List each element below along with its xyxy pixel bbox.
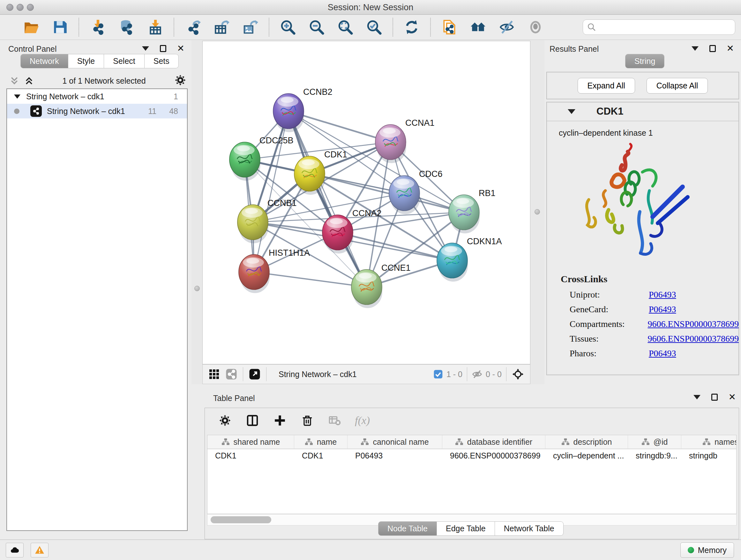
tab-network-table[interactable]: Network Table <box>495 521 563 536</box>
table-cell[interactable]: CDK1 <box>294 449 347 464</box>
open-in-window-icon[interactable] <box>248 367 262 381</box>
table-cell[interactable]: 9606.ENSP00000378699 <box>442 449 545 464</box>
table-cell[interactable]: stringdb:9... <box>628 449 681 464</box>
collapse-icon[interactable] <box>14 95 20 99</box>
edge-HIST1H1A-CCNE1[interactable] <box>254 272 367 287</box>
crosslink-row: Tissues:9606.ENSP00000378699 <box>569 334 739 344</box>
tab-string[interactable]: String <box>625 54 664 68</box>
crosslink-link[interactable]: P06493 <box>649 290 676 300</box>
warnings-button[interactable] <box>30 543 49 557</box>
grid-view-icon[interactable] <box>207 367 221 381</box>
float-panel-icon[interactable] <box>710 45 716 52</box>
network-tree: String Network – cdk1 1 String Network –… <box>6 88 188 531</box>
homes-icon[interactable] <box>469 18 487 36</box>
memory-button[interactable]: Memory <box>680 543 734 558</box>
float-panel-icon[interactable] <box>160 45 166 52</box>
column-header-namespace[interactable]: namespace <box>681 435 737 449</box>
panel-menu-icon[interactable] <box>142 46 149 51</box>
copy-documents-icon[interactable] <box>441 18 458 36</box>
crosslink-row: Uniprot:P06493 <box>569 290 739 300</box>
expand-all-button[interactable]: Expand All <box>578 78 635 94</box>
column-header-database-identifier[interactable]: database identifier <box>442 435 545 449</box>
node-section-header[interactable]: CDK1 <box>547 102 739 121</box>
panel-menu-icon[interactable] <box>693 395 700 399</box>
tab-select[interactable]: Select <box>104 54 144 68</box>
edge-CCNB2-CCNE1[interactable] <box>288 111 367 287</box>
right-splitter-handle[interactable] <box>535 209 540 214</box>
import-database-icon[interactable] <box>118 18 135 36</box>
import-table-icon[interactable] <box>146 18 164 36</box>
crosslink-link[interactable]: P06493 <box>649 348 676 359</box>
tab-node-table[interactable]: Node Table <box>378 521 437 536</box>
table-cell[interactable]: P06493 <box>347 449 442 464</box>
column-header-description[interactable]: description <box>545 435 628 449</box>
table-cell[interactable]: CDK1 <box>207 449 294 464</box>
node-HIST1H1A[interactable]: HIST1H1A <box>239 248 310 293</box>
left-splitter-handle[interactable] <box>194 286 200 291</box>
zoom-in-icon[interactable] <box>279 18 297 36</box>
hide-eye-icon[interactable] <box>498 18 516 36</box>
search-input[interactable] <box>596 23 724 32</box>
crosslink-link[interactable]: 9606.ENSP00000378699 <box>648 334 739 344</box>
node-RB1[interactable]: RB1 <box>449 188 495 233</box>
network-row[interactable]: String Network – cdk1 11 48 <box>7 104 187 118</box>
crosslinks-section: CrossLinks Uniprot:P06493GeneCard:P06493… <box>561 273 739 359</box>
export-network-icon[interactable] <box>184 18 202 36</box>
column-header-name[interactable]: name <box>294 435 347 449</box>
scrollbar-thumb[interactable] <box>211 516 271 523</box>
node-CCNB2[interactable]: CCNB2 <box>273 87 333 132</box>
node-CDKN1A[interactable]: CDKN1A <box>437 237 502 282</box>
network-list-options-button[interactable] <box>174 74 188 87</box>
close-panel-icon[interactable]: ✕ <box>177 45 185 52</box>
show-eye-icon[interactable] <box>527 18 544 36</box>
show-columns-icon[interactable] <box>245 413 260 428</box>
zoom-selected-icon[interactable] <box>365 18 383 36</box>
hidden-eye-icon[interactable] <box>472 369 482 380</box>
network-share-icon[interactable] <box>224 367 239 381</box>
refresh-icon[interactable] <box>403 18 421 36</box>
table-options-gear-icon[interactable] <box>218 413 232 428</box>
expand-all-icon[interactable] <box>24 76 34 85</box>
memory-label: Memory <box>698 546 727 555</box>
add-column-icon[interactable] <box>273 413 287 428</box>
column-header-canonical-name[interactable]: canonical name <box>347 435 442 449</box>
import-network-icon[interactable] <box>89 18 107 36</box>
function-builder-icon[interactable]: f(x) <box>355 413 370 428</box>
cloud-status-button[interactable] <box>6 543 23 557</box>
float-panel-icon[interactable] <box>711 394 718 401</box>
panel-menu-icon[interactable] <box>691 46 698 51</box>
node-CDC25B[interactable]: CDC25B <box>229 136 293 181</box>
column-header-shared-name[interactable]: shared name <box>207 435 294 449</box>
zoom-fit-icon[interactable] <box>336 18 354 36</box>
zoom-out-icon[interactable] <box>308 18 326 36</box>
crosslink-link[interactable]: 9606.ENSP00000378699 <box>648 319 739 329</box>
column-header--id[interactable]: @id <box>628 435 681 449</box>
delete-column-trash-icon[interactable] <box>300 413 315 428</box>
tab-style[interactable]: Style <box>68 54 105 68</box>
export-image-icon[interactable] <box>241 18 259 36</box>
collapse-all-button[interactable]: Collapse All <box>647 78 708 94</box>
collapse-section-icon[interactable] <box>568 109 576 114</box>
network-collection-row[interactable]: String Network – cdk1 1 <box>7 89 187 104</box>
export-table-icon[interactable] <box>212 18 230 36</box>
close-panel-icon[interactable]: ✕ <box>727 45 734 52</box>
search-box[interactable] <box>583 19 735 35</box>
table-cell[interactable]: cyclin–dependent ... <box>545 449 628 464</box>
close-panel-icon[interactable]: ✕ <box>729 394 736 400</box>
tab-network[interactable]: Network <box>20 54 68 68</box>
save-icon[interactable] <box>51 18 69 36</box>
collapse-all-icon[interactable] <box>10 76 19 85</box>
delete-table-icon[interactable] <box>327 413 342 428</box>
network-canvas[interactable]: CCNB2CCNA1CDC25BCDK1CDC6RB1CCNB1CCNA2CDK… <box>202 41 530 364</box>
crosslink-link[interactable]: P06493 <box>649 304 676 314</box>
tab-edge-table[interactable]: Edge Table <box>437 521 495 536</box>
open-folder-icon[interactable] <box>22 18 40 36</box>
table-cell[interactable]: stringdb <box>681 449 737 464</box>
node-table[interactable]: shared namenamecanonical namedatabase id… <box>207 435 737 514</box>
tab-sets[interactable]: Sets <box>145 54 179 68</box>
table-row[interactable]: CDK1CDK1P064939606.ENSP00000378699cyclin… <box>207 449 736 464</box>
node-CDC6[interactable]: CDC6 <box>389 169 443 214</box>
node-CCNE1[interactable]: CCNE1 <box>351 263 411 308</box>
birds-eye-view-icon[interactable] <box>511 367 525 381</box>
selected-checkbox-icon[interactable] <box>433 369 443 379</box>
